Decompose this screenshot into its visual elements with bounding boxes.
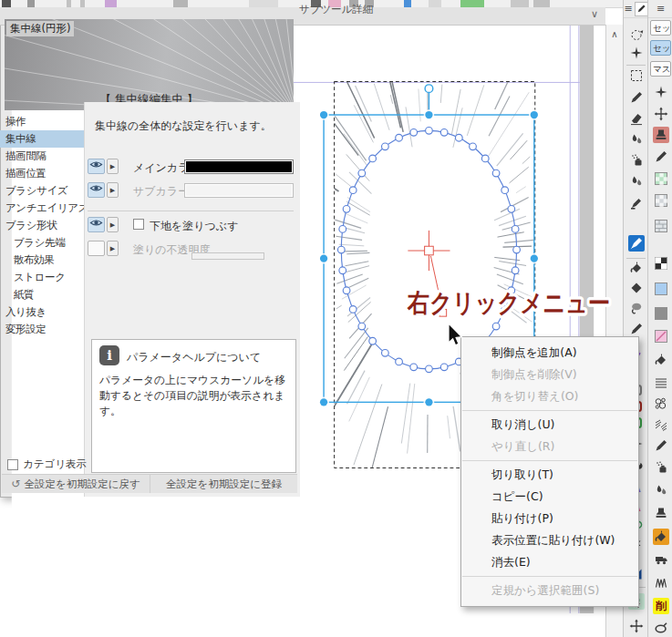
subtool-pen-icon[interactable]: [653, 437, 669, 454]
settings-category-item[interactable]: 描画間隔: [0, 148, 84, 165]
fill-bucket-tool-icon[interactable]: [628, 260, 645, 276]
subtool-kezuru-selected-yellow-icon[interactable]: 削: [653, 598, 669, 614]
subtool-rope-icon[interactable]: [653, 620, 669, 636]
tool-name-chip: 集中線(円形): [6, 21, 74, 36]
subtool-set-button[interactable]: マス: [650, 61, 671, 77]
subtool-stamp-selected-red-icon[interactable]: [653, 127, 669, 143]
menu-icon[interactable]: ≡: [656, 3, 665, 15]
control-point: [396, 134, 403, 141]
context-menu-separator: [462, 460, 637, 461]
settings-category-item[interactable]: 散布効果: [0, 252, 84, 269]
visibility-eye-icon: [89, 158, 103, 175]
control-point: [508, 287, 515, 294]
control-point: [382, 143, 389, 150]
subtool-pattern-brick-icon[interactable]: [653, 218, 669, 234]
marquee-select-tool-icon[interactable]: [628, 67, 645, 84]
subtool-wand-icon[interactable]: [653, 84, 669, 100]
context-menu-item[interactable]: 表示位置に貼り付け(W): [461, 529, 638, 551]
settings-category-item[interactable]: ブラシサイズ: [0, 182, 84, 200]
main-color-expand-button[interactable]: ▶: [107, 159, 119, 174]
subtool-fill-bucket-icon[interactable]: [653, 352, 669, 368]
subtool-pattern-checker-icon[interactable]: [653, 192, 669, 209]
settings-category-item[interactable]: 紙質: [0, 286, 84, 303]
context-menu-item[interactable]: 消去(E): [461, 551, 638, 573]
main-color-visibility-button[interactable]: [88, 159, 105, 174]
sub-color-visibility-button[interactable]: [88, 182, 105, 198]
subtool-pattern-green-checker-icon[interactable]: [653, 170, 669, 187]
menu-icon[interactable]: ≡: [624, 3, 632, 15]
context-menu-item[interactable]: 切り取り(T): [461, 464, 638, 486]
context-menu-item[interactable]: コピー(C): [461, 486, 638, 508]
blend-tool-icon[interactable]: [628, 131, 645, 148]
fill-opacity-visibility-button[interactable]: [88, 241, 105, 256]
current-tool-tab[interactable]: [635, 2, 648, 16]
fill-opacity-expand-button[interactable]: ▶: [107, 241, 119, 256]
fill-base-checkbox[interactable]: [133, 219, 144, 230]
settings-category-item[interactable]: ブラシ先端: [0, 234, 84, 252]
auto-lasso-tool-icon[interactable]: [628, 300, 645, 316]
control-point: [492, 170, 500, 177]
fill-base-expand-button[interactable]: ▶: [107, 217, 119, 232]
settings-category-item[interactable]: ストローク: [0, 269, 84, 286]
subtool-swatch-gray-icon[interactable]: [653, 305, 669, 322]
control-point: [358, 170, 366, 177]
subtool-stamp-icon[interactable]: [653, 505, 669, 521]
subtool-bucket-selected-orange-icon[interactable]: [653, 529, 669, 545]
settings-category-item[interactable]: ブラシ形状: [0, 217, 84, 234]
context-menu-item[interactable]: 取り消し(U): [461, 414, 638, 436]
settings-category-item[interactable]: 描画位置: [0, 165, 84, 182]
bbox-handle: [320, 398, 327, 406]
control-point: [396, 358, 403, 365]
subtool-grass-icon[interactable]: [653, 574, 669, 591]
rotate-selection-tool-icon[interactable]: [628, 26, 645, 43]
auto-select-wand-tool-icon[interactable]: [628, 45, 645, 61]
subtool-set-button[interactable]: セッ: [650, 40, 671, 56]
subtool-swatch-pink-diagonal-icon[interactable]: [653, 328, 669, 344]
control-point: [349, 306, 357, 313]
sub-color-swatch[interactable]: [184, 183, 294, 198]
settings-category-item[interactable]: 操作: [0, 113, 84, 130]
control-point: [513, 246, 521, 253]
gradient-tool-icon[interactable]: [628, 173, 645, 190]
category-display-checkbox[interactable]: [7, 459, 18, 470]
move-layer-tool-icon[interactable]: [628, 618, 645, 634]
airbrush-tool-icon[interactable]: [628, 152, 645, 169]
subtool-swatch-blue-icon[interactable]: [653, 281, 669, 297]
settings-category-item[interactable]: 集中線: [0, 130, 84, 148]
sub-color-expand-button[interactable]: ▶: [107, 182, 119, 198]
settings-category-item[interactable]: 入り抜き: [0, 303, 84, 321]
fill-opacity-slider[interactable]: [191, 252, 264, 260]
subtool-move-icon[interactable]: [653, 106, 669, 122]
control-point: [369, 337, 377, 344]
subtool-scratch-icon[interactable]: [653, 416, 669, 433]
subtool-transfer-icon[interactable]: [653, 551, 669, 568]
pen-tool-icon[interactable]: [628, 89, 645, 106]
subtool-deco-pen-icon[interactable]: [653, 149, 669, 165]
settings-category-item[interactable]: アンチエイリアス: [0, 200, 84, 217]
sub-color-label: サブカラー: [133, 184, 189, 200]
context-menu-item: 制御点を削除(V): [461, 364, 638, 385]
register-all-settings-button[interactable]: 全設定を初期設定に登録: [150, 474, 297, 493]
scroll-up-icon[interactable]: ∧: [606, 25, 623, 39]
subtool-bubbles-icon[interactable]: [653, 396, 669, 412]
subtool-lines-pattern-icon[interactable]: [653, 375, 669, 391]
marker-tool-icon[interactable]: [628, 195, 645, 211]
settings-category-item[interactable]: 変形設定: [0, 321, 84, 338]
subtool-drops-icon[interactable]: [653, 482, 669, 498]
fountain-pen-tool-icon[interactable]: [628, 235, 645, 252]
main-color-swatch[interactable]: [184, 159, 294, 174]
context-menu-item[interactable]: 制御点を追加(A): [461, 342, 638, 364]
reset-all-settings-button[interactable]: ↺ 全設定を初期設定に戻す: [2, 474, 150, 493]
eraser-tool-icon[interactable]: [628, 110, 645, 127]
subtool-set-button[interactable]: セッ: [650, 20, 671, 36]
control-point: [426, 127, 433, 134]
subtool-airbrush-icon[interactable]: [653, 459, 669, 476]
decoration-pen-tool-icon[interactable]: [628, 321, 645, 337]
subtool-pattern-checkerboard-icon[interactable]: [653, 255, 669, 272]
control-point: [501, 306, 509, 313]
gradient-fill-tool-icon[interactable]: [628, 280, 645, 296]
info-icon: i: [99, 345, 119, 365]
context-menu-item[interactable]: 貼り付け(P): [461, 508, 638, 529]
fill-base-visibility-button[interactable]: [88, 217, 105, 232]
control-point: [339, 226, 346, 233]
